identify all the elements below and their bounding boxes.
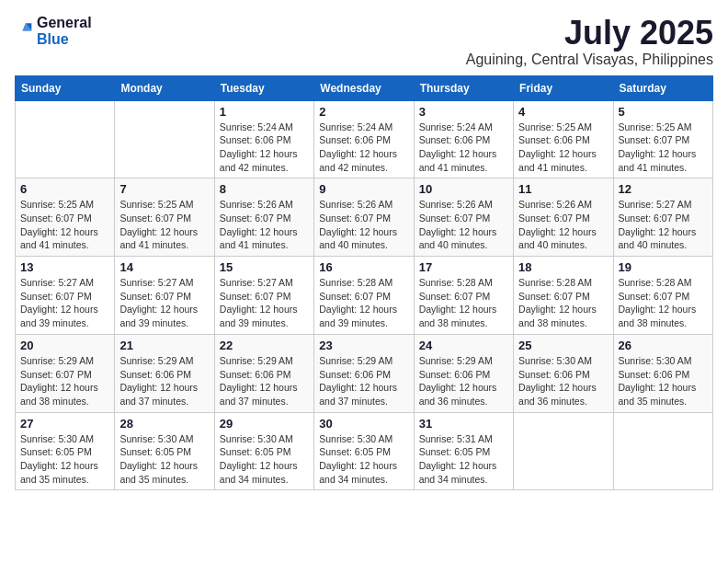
calendar-cell: 20Sunrise: 5:29 AM Sunset: 6:07 PM Dayli… xyxy=(16,334,115,412)
calendar-cell: 23Sunrise: 5:29 AM Sunset: 6:06 PM Dayli… xyxy=(314,334,414,412)
calendar-week-row: 13Sunrise: 5:27 AM Sunset: 6:07 PM Dayli… xyxy=(16,257,713,335)
day-number: 18 xyxy=(518,260,608,274)
day-info: Sunrise: 5:29 AM Sunset: 6:06 PM Dayligh… xyxy=(220,354,309,408)
logo-icon xyxy=(15,20,33,39)
calendar-table: SundayMondayTuesdayWednesdayThursdayFrid… xyxy=(15,75,713,491)
day-number: 14 xyxy=(119,260,209,274)
calendar-cell: 11Sunrise: 5:26 AM Sunset: 6:07 PM Dayli… xyxy=(514,178,613,257)
day-info: Sunrise: 5:25 AM Sunset: 6:07 PM Dayligh… xyxy=(20,198,109,252)
calendar-cell: 8Sunrise: 5:26 AM Sunset: 6:07 PM Daylig… xyxy=(214,178,313,257)
day-number: 26 xyxy=(619,339,708,352)
day-number: 31 xyxy=(419,417,508,431)
calendar-cell: 4Sunrise: 5:25 AM Sunset: 6:06 PM Daylig… xyxy=(514,100,613,178)
day-info: Sunrise: 5:28 AM Sunset: 6:07 PM Dayligh… xyxy=(419,276,508,330)
calendar-cell: 31Sunrise: 5:31 AM Sunset: 6:05 PM Dayli… xyxy=(414,412,513,490)
calendar-cell: 25Sunrise: 5:30 AM Sunset: 6:06 PM Dayli… xyxy=(514,334,613,412)
day-info: Sunrise: 5:26 AM Sunset: 6:07 PM Dayligh… xyxy=(220,198,309,252)
day-number: 13 xyxy=(20,260,109,274)
day-info: Sunrise: 5:27 AM Sunset: 6:07 PM Dayligh… xyxy=(619,198,708,252)
calendar-week-row: 20Sunrise: 5:29 AM Sunset: 6:07 PM Dayli… xyxy=(16,334,713,412)
calendar-cell: 22Sunrise: 5:29 AM Sunset: 6:06 PM Dayli… xyxy=(214,334,313,412)
calendar-cell: 2Sunrise: 5:24 AM Sunset: 6:06 PM Daylig… xyxy=(314,100,414,178)
calendar-cell: 13Sunrise: 5:27 AM Sunset: 6:07 PM Dayli… xyxy=(16,257,115,335)
calendar-cell xyxy=(514,412,613,490)
calendar-cell: 14Sunrise: 5:27 AM Sunset: 6:07 PM Dayli… xyxy=(115,257,214,335)
day-info: Sunrise: 5:25 AM Sunset: 6:07 PM Dayligh… xyxy=(119,198,209,252)
calendar-cell: 12Sunrise: 5:27 AM Sunset: 6:07 PM Dayli… xyxy=(613,178,712,257)
day-of-week-header: Thursday xyxy=(414,75,513,100)
calendar-cell: 7Sunrise: 5:25 AM Sunset: 6:07 PM Daylig… xyxy=(115,178,214,257)
day-number: 15 xyxy=(220,260,309,274)
calendar-cell: 15Sunrise: 5:27 AM Sunset: 6:07 PM Dayli… xyxy=(214,257,313,335)
calendar-cell: 18Sunrise: 5:28 AM Sunset: 6:07 PM Dayli… xyxy=(514,257,613,335)
page-header: General Blue July 2025 Aguining, Central… xyxy=(15,15,713,68)
day-info: Sunrise: 5:29 AM Sunset: 6:06 PM Dayligh… xyxy=(119,354,209,408)
day-of-week-header: Saturday xyxy=(613,75,712,100)
calendar-cell: 5Sunrise: 5:25 AM Sunset: 6:07 PM Daylig… xyxy=(613,100,712,178)
day-number: 25 xyxy=(518,339,608,352)
calendar-cell: 29Sunrise: 5:30 AM Sunset: 6:05 PM Dayli… xyxy=(214,412,313,490)
calendar-cell: 9Sunrise: 5:26 AM Sunset: 6:07 PM Daylig… xyxy=(314,178,414,257)
day-info: Sunrise: 5:28 AM Sunset: 6:07 PM Dayligh… xyxy=(518,276,608,330)
day-info: Sunrise: 5:24 AM Sunset: 6:06 PM Dayligh… xyxy=(419,121,508,175)
day-info: Sunrise: 5:30 AM Sunset: 6:06 PM Dayligh… xyxy=(518,354,608,408)
day-number: 24 xyxy=(419,339,508,352)
day-info: Sunrise: 5:29 AM Sunset: 6:06 PM Dayligh… xyxy=(419,354,508,408)
calendar-cell: 10Sunrise: 5:26 AM Sunset: 6:07 PM Dayli… xyxy=(414,178,513,257)
day-info: Sunrise: 5:30 AM Sunset: 6:05 PM Dayligh… xyxy=(119,432,209,487)
day-info: Sunrise: 5:29 AM Sunset: 6:06 PM Dayligh… xyxy=(319,354,408,408)
calendar-week-row: 27Sunrise: 5:30 AM Sunset: 6:05 PM Dayli… xyxy=(16,412,713,490)
day-number: 30 xyxy=(319,417,408,431)
day-info: Sunrise: 5:24 AM Sunset: 6:06 PM Dayligh… xyxy=(319,121,408,175)
day-info: Sunrise: 5:29 AM Sunset: 6:07 PM Dayligh… xyxy=(20,354,109,408)
day-number: 10 xyxy=(419,182,508,196)
day-number: 5 xyxy=(619,105,708,119)
day-number: 3 xyxy=(419,105,508,119)
logo-general-text: General xyxy=(37,15,92,31)
day-number: 17 xyxy=(419,260,508,274)
calendar-cell xyxy=(613,412,712,490)
day-info: Sunrise: 5:30 AM Sunset: 6:05 PM Dayligh… xyxy=(20,432,109,487)
day-info: Sunrise: 5:26 AM Sunset: 6:07 PM Dayligh… xyxy=(518,198,608,252)
day-info: Sunrise: 5:25 AM Sunset: 6:06 PM Dayligh… xyxy=(518,121,608,175)
day-number: 22 xyxy=(220,339,309,352)
calendar-cell: 1Sunrise: 5:24 AM Sunset: 6:06 PM Daylig… xyxy=(214,100,313,178)
day-info: Sunrise: 5:25 AM Sunset: 6:07 PM Dayligh… xyxy=(619,121,708,175)
day-info: Sunrise: 5:30 AM Sunset: 6:06 PM Dayligh… xyxy=(619,354,708,408)
title-area: July 2025 Aguining, Central Visayas, Phi… xyxy=(466,15,713,68)
day-info: Sunrise: 5:27 AM Sunset: 6:07 PM Dayligh… xyxy=(119,276,209,330)
calendar-cell: 19Sunrise: 5:28 AM Sunset: 6:07 PM Dayli… xyxy=(613,257,712,335)
calendar-cell xyxy=(115,100,214,178)
day-info: Sunrise: 5:24 AM Sunset: 6:06 PM Dayligh… xyxy=(220,121,309,175)
day-number: 9 xyxy=(319,182,408,196)
day-info: Sunrise: 5:27 AM Sunset: 6:07 PM Dayligh… xyxy=(20,276,109,330)
day-number: 1 xyxy=(220,105,309,119)
day-number: 29 xyxy=(220,417,309,431)
logo-blue-text: Blue xyxy=(37,31,92,48)
day-info: Sunrise: 5:27 AM Sunset: 6:07 PM Dayligh… xyxy=(220,276,309,330)
day-info: Sunrise: 5:26 AM Sunset: 6:07 PM Dayligh… xyxy=(319,198,408,252)
month-title: July 2025 xyxy=(466,15,713,52)
calendar-cell: 28Sunrise: 5:30 AM Sunset: 6:05 PM Dayli… xyxy=(115,412,214,490)
calendar-body: 1Sunrise: 5:24 AM Sunset: 6:06 PM Daylig… xyxy=(16,100,713,490)
day-number: 8 xyxy=(220,182,309,196)
day-info: Sunrise: 5:26 AM Sunset: 6:07 PM Dayligh… xyxy=(419,198,508,252)
day-number: 4 xyxy=(518,105,608,119)
day-number: 19 xyxy=(619,260,708,274)
day-number: 20 xyxy=(20,339,109,352)
day-number: 16 xyxy=(319,260,408,274)
day-of-week-header: Tuesday xyxy=(214,75,313,100)
day-of-week-header: Wednesday xyxy=(314,75,414,100)
calendar-header-row: SundayMondayTuesdayWednesdayThursdayFrid… xyxy=(16,75,713,100)
calendar-cell: 16Sunrise: 5:28 AM Sunset: 6:07 PM Dayli… xyxy=(314,257,414,335)
day-info: Sunrise: 5:31 AM Sunset: 6:05 PM Dayligh… xyxy=(419,432,508,487)
logo: General Blue xyxy=(15,15,92,47)
day-info: Sunrise: 5:30 AM Sunset: 6:05 PM Dayligh… xyxy=(319,432,408,487)
day-info: Sunrise: 5:28 AM Sunset: 6:07 PM Dayligh… xyxy=(619,276,708,330)
calendar-cell: 17Sunrise: 5:28 AM Sunset: 6:07 PM Dayli… xyxy=(414,257,513,335)
calendar-cell: 30Sunrise: 5:30 AM Sunset: 6:05 PM Dayli… xyxy=(314,412,414,490)
day-number: 27 xyxy=(20,417,109,431)
location-title: Aguining, Central Visayas, Philippines xyxy=(466,52,713,68)
day-number: 7 xyxy=(119,182,209,196)
day-of-week-header: Sunday xyxy=(16,75,115,100)
